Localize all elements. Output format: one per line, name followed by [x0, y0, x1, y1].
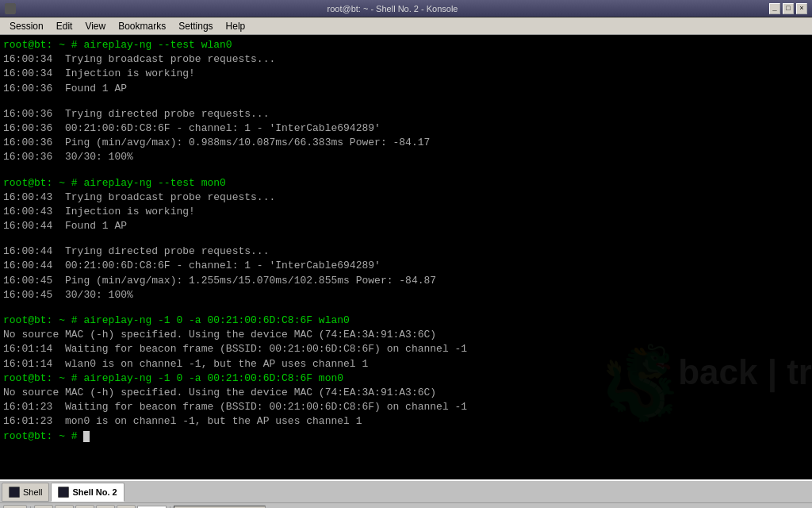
term-line: 16:00:44 Trying directed probe requests.… — [3, 244, 809, 259]
term-line: root@bt: ~ # aireplay-ng -1 0 -a 00:21:0… — [3, 371, 809, 386]
menu-view[interactable]: View — [79, 19, 112, 33]
term-line: root@bt: ~ # aireplay-ng --test mon0 — [3, 176, 809, 190]
term-blank — [3, 165, 809, 176]
terminal-prompt-cursor: root@bt: ~ # — [3, 429, 809, 444]
term-line: 16:01:14 Waiting for beacon frame (BSSID… — [3, 342, 809, 356]
term-line: 16:00:36 30/30: 100% — [3, 150, 809, 164]
firefox-icon[interactable] — [34, 505, 53, 508]
term-blank — [3, 233, 809, 244]
term-line: 16:01:23 mon0 is on channel -1, but the … — [3, 414, 809, 429]
start-button[interactable]: ▶ — [3, 505, 27, 508]
term-line: 16:00:34 Trying broadcast probe requests… — [3, 52, 809, 67]
term-line: 16:00:36 00:21:00:6D:C8:6F - channel: 1 … — [3, 121, 809, 136]
terminal-area[interactable]: 🐉 back | tr root@bt: ~ # aireplay-ng --t… — [0, 35, 812, 479]
term-line: 16:00:34 Injection is working! — [3, 67, 809, 81]
menu-help[interactable]: Help — [220, 19, 252, 33]
tools-icon[interactable] — [117, 505, 136, 508]
taskbar-tabs: Shell Shell No. 2 — [0, 481, 812, 503]
taskbar-bottom: ▶ $ ▼ root@bt — [0, 503, 812, 508]
title-bar: root@bt: ~ - Shell No. 2 - Konsole _ □ × — [0, 0, 812, 17]
shell2-tab-icon — [58, 487, 69, 498]
menu-settings[interactable]: Settings — [172, 19, 219, 33]
term-line: 16:00:43 Trying broadcast probe requests… — [3, 190, 809, 205]
menu-bar: Session Edit View Bookmarks Settings Hel… — [0, 17, 812, 35]
maximize-button[interactable]: □ — [783, 3, 794, 14]
term-line: No source MAC (-h) specified. Using the … — [3, 328, 809, 342]
minimize-button[interactable]: _ — [769, 3, 780, 14]
taskbar: Shell Shell No. 2 ▶ $ — [0, 479, 812, 508]
menu-edit[interactable]: Edit — [50, 19, 79, 33]
term-line: 16:00:36 Trying directed probe requests.… — [3, 107, 809, 121]
term-line: root@bt: ~ # aireplay-ng -1 0 -a 00:21:0… — [3, 314, 809, 328]
window-title: root@bt: ~ - Shell No. 2 - Konsole — [16, 4, 769, 13]
tab-shell-no2[interactable]: Shell No. 2 — [51, 483, 124, 502]
term-line: 16:00:36 Found 1 AP — [3, 82, 809, 96]
term-line: 16:00:44 00:21:00:6D:C8:6F - channel: 1 … — [3, 259, 809, 273]
close-button[interactable]: × — [796, 3, 807, 14]
title-bar-left — [5, 3, 16, 14]
term-line: root@bt: ~ # aireplay-ng --test wlan0 — [3, 38, 809, 52]
terminal-icon[interactable]: $ — [75, 505, 94, 508]
shell-tab-icon — [9, 487, 20, 498]
term-line: 16:00:45 30/30: 100% — [3, 288, 809, 302]
tab-shell[interactable]: Shell — [2, 483, 49, 502]
folder-icon[interactable] — [55, 505, 74, 508]
term-line: 16:00:36 Ping (min/avg/max): 0.988ms/10.… — [3, 136, 809, 150]
term-line: 16:00:45 Ping (min/avg/max): 1.255ms/15.… — [3, 274, 809, 288]
term-line: No source MAC (-h) specified. Using the … — [3, 386, 809, 400]
menu-bookmarks[interactable]: Bookmarks — [112, 19, 172, 33]
title-bar-right: _ □ × — [769, 3, 807, 14]
term-blank — [3, 96, 809, 107]
tb-icon-btn — [5, 3, 16, 14]
term-line: 16:01:23 Waiting for beacon frame (BSSID… — [3, 400, 809, 414]
menu-session[interactable]: Session — [3, 19, 50, 33]
terminal-scroll[interactable]: root@bt: ~ # aireplay-ng --test wlan0 16… — [0, 35, 812, 479]
title-bar-controls — [5, 3, 16, 14]
tab-shell2-label: Shell No. 2 — [72, 487, 117, 497]
term-line: 16:01:14 wlan0 is on channel -1, but the… — [3, 357, 809, 371]
config-icon[interactable] — [96, 505, 115, 508]
term-line: 16:00:43 Injection is working! — [3, 205, 809, 219]
term-line: 16:00:44 Found 1 AP — [3, 219, 809, 233]
tab-shell-label: Shell — [23, 487, 42, 497]
term-blank — [3, 302, 809, 314]
cursor — [83, 431, 90, 442]
quick-launch: $ — [34, 505, 136, 508]
